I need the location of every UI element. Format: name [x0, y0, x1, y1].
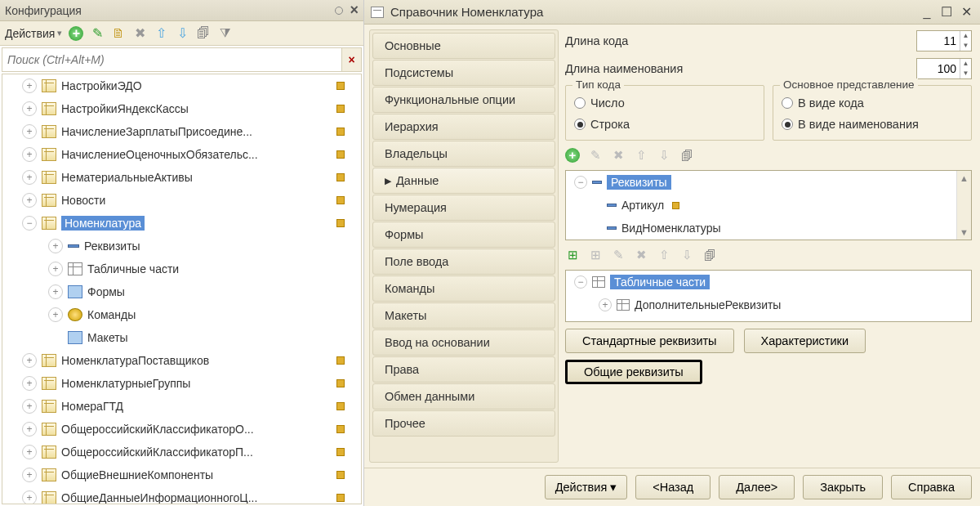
expand-icon[interactable] — [599, 298, 612, 311]
tree-item[interactable]: НачислениеОценочныхОбязательс... — [2, 143, 361, 166]
spin-down-icon[interactable]: ▼ — [960, 41, 971, 51]
spin-up-icon[interactable]: ▲ — [960, 59, 971, 69]
repr-as-name[interactable]: В виде наименования — [782, 114, 963, 135]
close-icon[interactable]: × — [350, 2, 359, 19]
tree-item[interactable]: НоменклатурныеГруппы — [2, 372, 361, 395]
attr-sheet-icon[interactable]: 🗐 — [679, 148, 694, 163]
config-tree[interactable]: НастройкиЭДОНастройкиЯндексКассыНачислен… — [2, 74, 362, 504]
scroll-down-icon[interactable]: ▼ — [960, 225, 969, 240]
delete-icon[interactable]: ✖ — [132, 26, 147, 41]
expand-icon[interactable] — [48, 239, 63, 253]
maximize-icon[interactable]: ☐ — [939, 6, 954, 19]
attr-down-icon[interactable]: ⇩ — [657, 148, 671, 163]
next-button[interactable]: Далее> — [719, 475, 795, 499]
expand-icon[interactable] — [22, 468, 37, 482]
tree-item[interactable]: НомераГТД — [2, 395, 361, 418]
window-close-icon[interactable]: ✕ — [959, 6, 973, 19]
expand-icon[interactable] — [22, 124, 37, 139]
repr-as-code[interactable]: В виде кода — [782, 92, 963, 114]
attr-edit-icon[interactable]: ✎ — [588, 148, 603, 163]
sheet-icon[interactable]: 🗐 — [196, 26, 211, 41]
tab-Нумерация[interactable]: Нумерация — [372, 195, 555, 221]
clear-search-icon[interactable]: × — [341, 48, 361, 71]
tree-item[interactable]: НастройкиЭДО — [2, 74, 361, 97]
expand-icon[interactable] — [22, 422, 37, 437]
attributes-list[interactable]: Реквизиты Артикул ВидНоменклатуры ▲▼ — [565, 170, 972, 240]
spin-down-icon[interactable]: ▼ — [960, 69, 971, 78]
collapse-icon[interactable] — [22, 216, 37, 231]
collapse-icon[interactable] — [574, 176, 587, 189]
expand-icon[interactable] — [22, 147, 37, 162]
tree-child-item[interactable]: Формы — [2, 280, 361, 303]
tree-item[interactable]: ОбщероссийскийКлассификаторО... — [2, 418, 361, 441]
minimize-icon[interactable]: _ — [920, 6, 934, 19]
tab-Данные[interactable]: ▶Данные — [372, 168, 555, 194]
tree-item[interactable]: НематериальныеАктивы — [2, 166, 361, 189]
code-type-string[interactable]: Строка — [574, 114, 755, 135]
tree-child-item[interactable]: Реквизиты — [2, 235, 361, 257]
tab-Владельцы[interactable]: Владельцы — [372, 141, 555, 167]
attr-up-icon[interactable]: ⇧ — [634, 148, 648, 163]
common-attrs-button[interactable]: Общие реквизиты — [565, 360, 702, 384]
tree-item[interactable]: Номенклатура — [2, 212, 361, 235]
tab-Ввод на основании[interactable]: Ввод на основании — [372, 329, 555, 356]
tree-child-item[interactable]: Макеты — [2, 326, 361, 349]
name-length-spinner[interactable]: ▲▼ — [916, 58, 972, 79]
tree-item[interactable]: НоменклатураПоставщиков — [2, 349, 361, 372]
tab-add-icon[interactable]: ⊞ — [565, 248, 580, 262]
attr-item[interactable]: Артикул — [621, 199, 664, 212]
collapse-icon[interactable] — [574, 275, 587, 289]
tab-Команды[interactable]: Команды — [372, 275, 555, 302]
search-input[interactable] — [2, 49, 341, 70]
tab-edit-icon[interactable]: ✎ — [611, 248, 626, 262]
tab-Формы[interactable]: Формы — [372, 222, 555, 248]
expand-icon[interactable] — [22, 490, 37, 504]
tab-Прочее[interactable]: Прочее — [372, 410, 555, 437]
attr-delete-icon[interactable]: ✖ — [611, 148, 626, 163]
expand-icon[interactable] — [48, 307, 63, 322]
tab-Права[interactable]: Права — [372, 356, 555, 383]
tree-child-item[interactable]: Табличные части — [2, 257, 361, 280]
expand-icon[interactable] — [22, 193, 37, 208]
tab-delete-icon[interactable]: ✖ — [634, 248, 648, 262]
edit-icon[interactable]: ✎ — [90, 26, 105, 41]
move-down-icon[interactable]: ⇩ — [175, 26, 189, 41]
characteristics-button[interactable]: Характеристики — [744, 329, 866, 353]
tree-item[interactable]: ОбщероссийскийКлассификаторП... — [2, 441, 361, 463]
expand-icon[interactable] — [22, 353, 37, 368]
attr-add-icon[interactable]: + — [565, 148, 580, 163]
tab-Обмен данными[interactable]: Обмен данными — [372, 383, 555, 410]
expand-icon[interactable] — [48, 284, 63, 299]
code-type-number[interactable]: Число — [574, 92, 755, 114]
back-button[interactable]: <Назад — [635, 475, 710, 499]
expand-icon[interactable] — [22, 376, 37, 391]
expand-icon[interactable] — [22, 445, 37, 459]
tab-Макеты[interactable]: Макеты — [372, 302, 555, 329]
doc-add-icon[interactable]: 🗎 — [111, 26, 126, 41]
tree-item[interactable]: НачислениеЗарплатыПрисоедине... — [2, 120, 361, 143]
tabular-list[interactable]: Табличные части ДополнительныеРеквизиты — [565, 270, 972, 322]
tab-Поле ввода[interactable]: Поле ввода — [372, 249, 555, 275]
tab-Иерархия[interactable]: Иерархия — [372, 114, 555, 140]
tab-sheet-icon[interactable]: 🗐 — [702, 248, 717, 262]
move-up-icon[interactable]: ⇧ — [154, 26, 168, 41]
tree-child-item[interactable]: Команды — [2, 303, 361, 326]
help-button[interactable]: Справка — [891, 475, 972, 499]
code-length-input[interactable] — [917, 34, 960, 47]
tab-down-icon[interactable]: ⇩ — [679, 248, 694, 262]
pin-icon[interactable] — [335, 7, 343, 15]
code-length-spinner[interactable]: ▲▼ — [916, 30, 972, 51]
tab-Функциональные опции[interactable]: Функциональные опции — [372, 87, 555, 113]
scroll-up-icon[interactable]: ▲ — [960, 171, 969, 186]
tree-item[interactable]: НастройкиЯндексКассы — [2, 97, 361, 120]
tab-Основные[interactable]: Основные — [372, 33, 555, 59]
filter-icon[interactable]: ⧩ — [217, 26, 232, 41]
expand-icon[interactable] — [22, 101, 37, 116]
standard-attrs-button[interactable]: Стандартные реквизиты — [565, 329, 734, 353]
footer-actions-button[interactable]: Действия ▾ — [545, 475, 628, 499]
expand-icon[interactable] — [22, 170, 37, 185]
close-button[interactable]: Закрыть — [803, 475, 883, 499]
tabular-item[interactable]: ДополнительныеРеквизиты — [635, 298, 781, 311]
spin-up-icon[interactable]: ▲ — [960, 31, 971, 41]
tab-add2-icon[interactable]: ⊞ — [588, 248, 603, 262]
